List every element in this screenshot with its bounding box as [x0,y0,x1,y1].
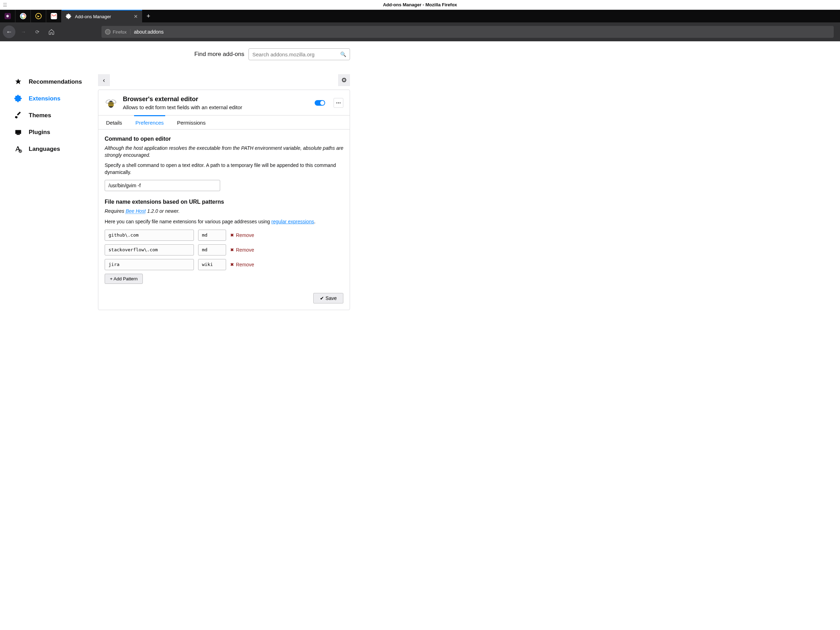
search-input[interactable] [253,51,340,57]
navbar: ← → ⟳ Firefox about:addons [0,22,840,41]
command-section-note: Although the host application resolves t… [105,145,343,159]
pattern-row: ✖Remove [105,230,343,241]
x-icon: ✖ [230,248,234,253]
more-menu-button[interactable]: ⋯ [333,98,343,108]
extension-input[interactable] [198,244,226,256]
svg-rect-1 [16,130,21,134]
sidebar-item-themes[interactable]: Themes [14,107,91,124]
tab-label: Add-ons Manager [75,14,130,19]
tab-preferences[interactable]: Preferences [134,115,165,129]
sidebar-item-languages[interactable]: Languages [14,141,91,158]
remove-label: Remove [236,232,254,238]
patterns-requires: Requires Bee Host 1.2.0 or newer. [105,208,343,215]
pinned-tab-google[interactable] [16,10,31,22]
search-row: Find more add-ons 🔍 [98,48,350,60]
remove-pattern-button[interactable]: ✖Remove [230,262,254,267]
remove-label: Remove [236,262,254,267]
save-button[interactable]: ✔ Save [313,293,343,303]
gear-button[interactable]: ⚙ [338,74,350,86]
detail-header: ‹ ⚙ [98,74,350,86]
sidebar-item-recommendations[interactable]: Recommendations [14,74,91,90]
tab-label: Details [106,120,122,126]
command-section-title: Command to open editor [105,136,343,142]
extension-name: Browser's external editor [123,96,309,103]
search-box[interactable]: 🔍 [248,48,350,60]
pattern-row: ✖Remove [105,259,343,270]
remove-pattern-button[interactable]: ✖Remove [230,232,254,238]
pattern-input[interactable] [105,244,194,256]
search-icon: 🔍 [340,51,346,57]
tab-addons-manager[interactable]: Add-ons Manager ✕ [62,10,142,22]
patterns-section-title: File name extensions based on URL patter… [105,199,343,205]
reload-button[interactable]: ⟳ [32,26,43,38]
content: Recommendations Extensions Themes Plugin… [0,41,840,630]
search-label: Find more add-ons [194,51,244,58]
sidebar-item-label: Extensions [29,95,60,102]
card-tabs: Details Preferences Permissions [98,115,350,129]
tab-permissions[interactable]: Permissions [176,115,207,129]
star-icon [14,78,22,86]
main: Find more add-ons 🔍 ‹ ⚙ Browser's extern… [98,41,350,630]
brush-icon [14,111,22,120]
sidebar-item-label: Languages [29,145,60,153]
add-pattern-button[interactable]: + Add Pattern [105,274,143,284]
x-icon: ✖ [230,233,234,238]
pattern-input[interactable] [105,259,194,270]
x-icon: ✖ [230,262,234,267]
remove-label: Remove [236,247,254,253]
forward-button[interactable]: → [17,26,29,38]
remove-pattern-button[interactable]: ✖Remove [230,247,254,253]
command-section-help: Specify a shell command to open a text e… [105,162,343,176]
bee-host-link[interactable]: Bee Host [126,208,146,214]
extension-card: Browser's external editor Allows to edit… [98,90,350,310]
bee-icon [105,96,117,109]
sidebar-item-extensions[interactable]: Extensions [14,90,91,107]
card-head: Browser's external editor Allows to edit… [98,90,350,115]
firefox-icon [105,29,111,35]
tab-details[interactable]: Details [105,115,123,129]
window-titlebar: ☰ Add-ons Manager - Mozilla Firefox [0,0,840,10]
language-icon [14,145,22,153]
pinned-tab-gmail[interactable] [46,10,62,22]
extension-description: Allows to edit form text fields with an … [123,104,309,110]
extension-input[interactable] [198,259,226,270]
pattern-row: ✖Remove [105,244,343,256]
puzzle-icon [66,14,71,19]
sidebar-item-label: Themes [29,112,51,119]
urlbar[interactable]: Firefox about:addons [101,26,834,38]
sidebar: Recommendations Extensions Themes Plugin… [0,41,98,630]
extension-meta: Browser's external editor Allows to edit… [123,96,309,110]
card-body: Command to open editor Although the host… [98,129,350,310]
back-button[interactable]: ← [3,25,16,38]
tab-label: Preferences [136,120,164,126]
window-title: Add-ons Manager - Mozilla Firefox [383,2,457,7]
editor-command-input[interactable] [105,180,220,191]
tabstrip: ✱ ▶ Add-ons Manager ✕ + [0,10,840,22]
svg-rect-2 [16,134,20,135]
puzzle-icon [14,95,22,103]
patterns-help: Here you can specify file name extension… [105,218,343,226]
back-button[interactable]: ‹ [98,74,110,86]
plugin-icon [14,128,22,136]
enable-toggle[interactable] [315,100,325,106]
identity-label: Firefox [113,29,127,35]
pinned-tab-slack[interactable]: ✱ [0,10,16,22]
sidebar-item-plugins[interactable]: Plugins [14,124,91,141]
pinned-tab-media[interactable]: ▶ [31,10,46,22]
extension-input[interactable] [198,230,226,241]
new-tab-button[interactable]: + [142,10,155,22]
sidebar-item-label: Recommendations [29,78,82,85]
hamburger-icon[interactable]: ☰ [3,2,7,8]
regex-link[interactable]: regular expressions [271,219,314,224]
url-text: about:addons [134,29,164,35]
tab-label: Permissions [177,120,206,126]
sidebar-item-label: Plugins [29,129,50,136]
pattern-input[interactable] [105,230,194,241]
close-icon[interactable]: ✕ [134,14,138,19]
home-button[interactable] [46,26,57,38]
identity-box[interactable]: Firefox [105,29,131,35]
